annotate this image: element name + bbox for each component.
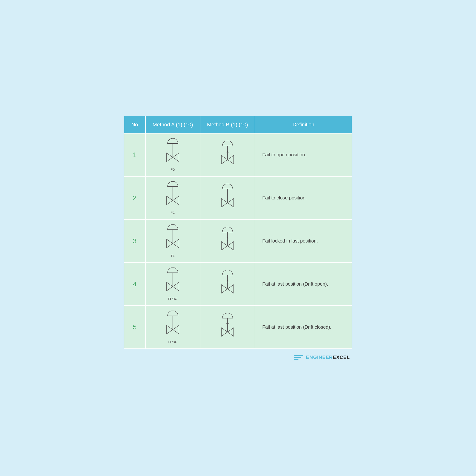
row-number: 2 (124, 176, 145, 220)
method-b-symbol (203, 227, 252, 255)
method-b-symbol (203, 313, 252, 341)
table-row: 1 FO Fail to open position. (124, 133, 352, 176)
svg-marker-27 (226, 280, 229, 282)
brand-logo: ENGINEEREXCEL (294, 355, 350, 360)
row-number: 1 (124, 133, 145, 176)
method-a-label: FO (171, 168, 175, 171)
method-a-symbol: FL/DO (148, 268, 198, 301)
svg-marker-15 (167, 239, 173, 248)
method-a-symbol: FL (148, 224, 198, 257)
svg-marker-19 (226, 239, 229, 241)
method-a-label: FC (171, 211, 175, 214)
svg-marker-35 (226, 323, 229, 325)
col-method-b-header: Method B (1) (10) (200, 116, 255, 133)
svg-marker-20 (221, 241, 227, 250)
svg-marker-28 (221, 285, 227, 293)
svg-marker-23 (167, 282, 173, 291)
brand-name-part1: ENGINEER (306, 355, 333, 360)
method-b-cell (200, 220, 255, 262)
method-b-cell (200, 176, 255, 220)
method-a-symbol: FL/DC (148, 311, 198, 344)
brand-name: ENGINEEREXCEL (306, 355, 350, 360)
table-row: 3 FL Fail locked in last position. (124, 220, 352, 262)
method-a-symbol: FC (148, 181, 198, 214)
svg-marker-6 (221, 155, 227, 164)
brand-line-1 (294, 355, 303, 356)
method-a-label: FL (171, 254, 174, 257)
table-row: 5 FL/DC Fail at last position (Drift clo… (124, 306, 352, 349)
row-number: 3 (124, 220, 145, 262)
svg-marker-31 (167, 325, 173, 334)
table-row: 2 FC Fail to close position. (124, 176, 352, 220)
definition-cell: Fail locked in last position. (255, 220, 352, 262)
method-b-cell (200, 262, 255, 306)
svg-marker-12 (221, 199, 227, 207)
method-a-label: FL/DC (168, 340, 177, 344)
method-a-cell: FL/DC (145, 306, 200, 349)
brand-name-part2: EXCEL (333, 355, 350, 360)
svg-marker-37 (227, 328, 234, 336)
svg-marker-36 (221, 328, 227, 336)
brand-line-2 (294, 357, 301, 358)
method-b-cell (200, 306, 255, 349)
method-a-cell: FL (145, 220, 200, 262)
definition-cell: Fail at last position (Drift open). (255, 262, 352, 306)
method-a-cell: FL/DO (145, 262, 200, 306)
table-body: 1 FO Fail to open position.2 (124, 133, 352, 349)
table-row: 4 FL/DO Fail at last position (Drift ope… (124, 262, 352, 306)
definition-cell: Fail to open position. (255, 133, 352, 176)
method-a-cell: FO (145, 133, 200, 176)
svg-marker-32 (173, 325, 179, 334)
method-b-symbol (203, 184, 252, 212)
method-b-cell (200, 133, 255, 176)
svg-marker-2 (173, 153, 179, 162)
svg-marker-16 (173, 239, 179, 248)
method-b-symbol (203, 270, 252, 298)
svg-marker-7 (227, 155, 234, 164)
method-a-cell: FC (145, 176, 200, 220)
svg-marker-29 (227, 285, 234, 293)
header-row: No Method A (1) (10) Method B (1) (10) D… (124, 116, 352, 133)
table-container: No Method A (1) (10) Method B (1) (10) D… (124, 116, 352, 349)
method-b-symbol (203, 141, 252, 169)
definition-cell: Fail at last position (Drift closed). (255, 306, 352, 349)
svg-marker-13 (227, 199, 234, 207)
col-no-header: No (124, 116, 145, 133)
row-number: 5 (124, 306, 145, 349)
svg-marker-24 (173, 282, 179, 291)
svg-marker-10 (173, 196, 179, 205)
svg-marker-5 (226, 151, 229, 153)
svg-marker-21 (227, 241, 234, 250)
svg-marker-1 (167, 153, 173, 162)
method-a-label: FL/DO (168, 297, 177, 301)
row-number: 4 (124, 262, 145, 306)
method-a-symbol: FO (148, 138, 198, 171)
col-method-a-header: Method A (1) (10) (145, 116, 200, 133)
footer: ENGINEEREXCEL (124, 355, 352, 360)
svg-marker-9 (167, 196, 173, 205)
main-table: No Method A (1) (10) Method B (1) (10) D… (124, 116, 352, 349)
col-definition-header: Definition (255, 116, 352, 133)
brand-line-3 (294, 359, 298, 360)
brand-icon (294, 355, 303, 360)
definition-cell: Fail to close position. (255, 176, 352, 220)
